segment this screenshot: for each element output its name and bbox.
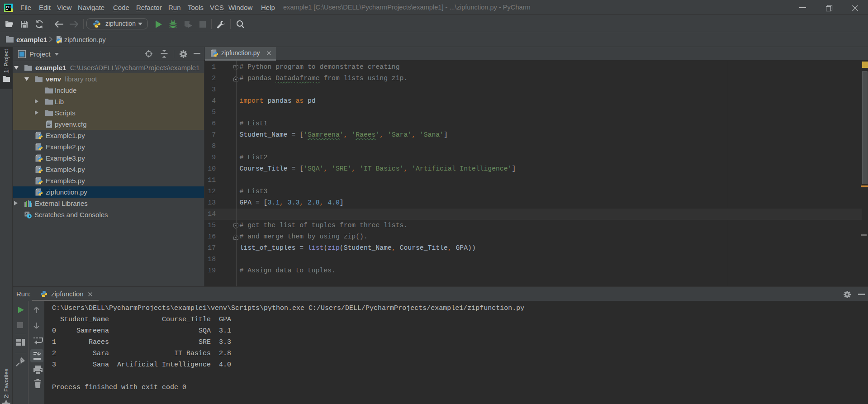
svg-text:PC: PC	[6, 5, 10, 9]
